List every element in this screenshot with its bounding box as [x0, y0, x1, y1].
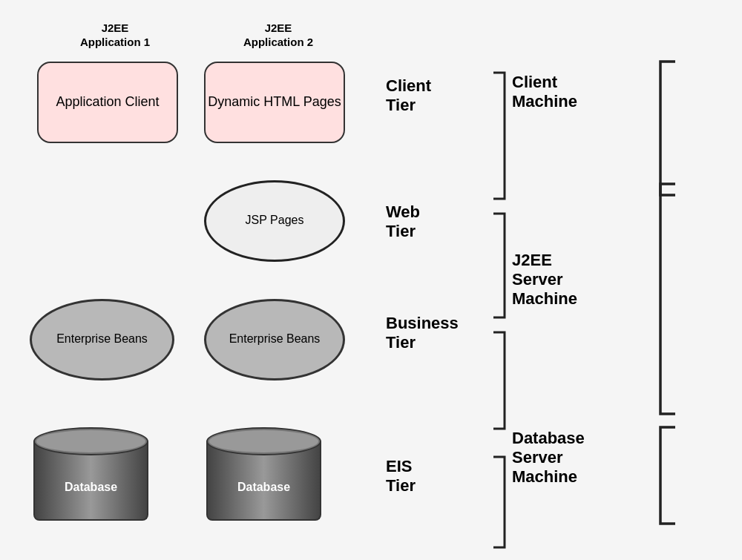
db2-top-inner	[209, 430, 318, 452]
j2ee-server-machine-label: J2EEServerMachine	[512, 251, 577, 309]
database-server-machine-label: DatabaseServerMachine	[512, 429, 585, 487]
db1-label: Database	[33, 481, 148, 494]
j2ee-machine-bracket	[653, 177, 679, 421]
jsp-pages-ellipse: JSP Pages	[204, 180, 345, 262]
db1-top-inner	[36, 430, 145, 452]
database-1: Database	[33, 427, 148, 527]
col1-header: J2EEApplication 1	[45, 21, 186, 50]
enterprise-beans-2-ellipse: Enterprise Beans	[204, 299, 345, 381]
db2-label: Database	[206, 481, 321, 494]
diagram-container: J2EEApplication 1 J2EEApplication 2 Appl…	[15, 13, 727, 547]
application-client-box: Application Client	[37, 62, 178, 143]
database-machine-bracket	[653, 420, 679, 531]
client-tier-label: ClientTier	[386, 76, 431, 116]
enterprise-beans-1-ellipse: Enterprise Beans	[30, 299, 174, 381]
database-2: Database	[206, 427, 321, 527]
eis-tier-label: EISTier	[386, 457, 416, 496]
business-tier-label: BusinessTier	[386, 314, 459, 353]
client-machine-label: ClientMachine	[512, 73, 577, 112]
col2-header: J2EEApplication 2	[208, 21, 349, 50]
tier-bracket-svg	[490, 50, 512, 555]
web-tier-label: WebTier	[386, 202, 420, 242]
dynamic-html-box: Dynamic HTML Pages	[204, 62, 345, 143]
